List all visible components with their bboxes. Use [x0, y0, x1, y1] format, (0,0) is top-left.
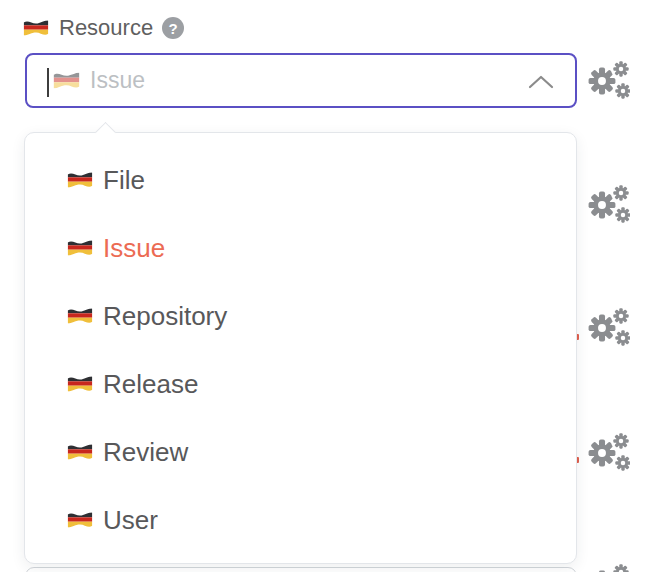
settings-gears-icon[interactable] [584, 59, 630, 101]
dropdown-option-repository[interactable]: Repository [25, 282, 576, 350]
german-flag-icon [66, 170, 94, 190]
dropdown-option-list: File Issue Repository Release Review Use… [25, 133, 576, 554]
german-flag-icon [22, 18, 50, 38]
settings-gears-icon[interactable] [584, 562, 630, 572]
german-flag-icon [66, 374, 94, 394]
german-flag-icon [66, 442, 94, 462]
occluded-field-below: 0 [25, 567, 577, 572]
dropdown-option-user[interactable]: User [25, 486, 576, 554]
option-label: User [103, 505, 158, 536]
dropdown-option-file[interactable]: File [25, 146, 576, 214]
german-flag-icon [66, 306, 94, 326]
help-icon[interactable]: ? [162, 17, 184, 39]
chevron-up-icon[interactable] [527, 74, 555, 90]
german-flag-icon [52, 70, 81, 91]
option-label: File [103, 165, 145, 196]
option-label: Review [103, 437, 188, 468]
settings-gears-icon[interactable] [584, 306, 630, 348]
dropdown-option-release[interactable]: Release [25, 350, 576, 418]
resource-combobox-input[interactable]: Issue [25, 53, 577, 108]
settings-gears-icon[interactable] [584, 183, 630, 225]
occluded-field-text: 0 [45, 568, 58, 572]
option-label: Repository [103, 301, 227, 332]
resource-field-screen: Resource ? Issue 0 File I [0, 0, 650, 572]
german-flag-icon [66, 510, 94, 530]
dropdown-option-review[interactable]: Review [25, 418, 576, 486]
option-label: Release [103, 369, 198, 400]
field-label-row: Resource ? [22, 15, 184, 41]
option-label: Issue [103, 233, 165, 264]
text-cursor [47, 68, 49, 97]
german-flag-icon [66, 238, 94, 258]
settings-gears-icon[interactable] [584, 431, 630, 473]
dropdown-option-issue[interactable]: Issue [25, 214, 576, 282]
help-glyph: ? [169, 20, 178, 37]
combobox-placeholder: Issue [90, 67, 145, 94]
field-label: Resource [59, 15, 153, 41]
resource-dropdown-panel: File Issue Repository Release Review Use… [24, 132, 577, 564]
